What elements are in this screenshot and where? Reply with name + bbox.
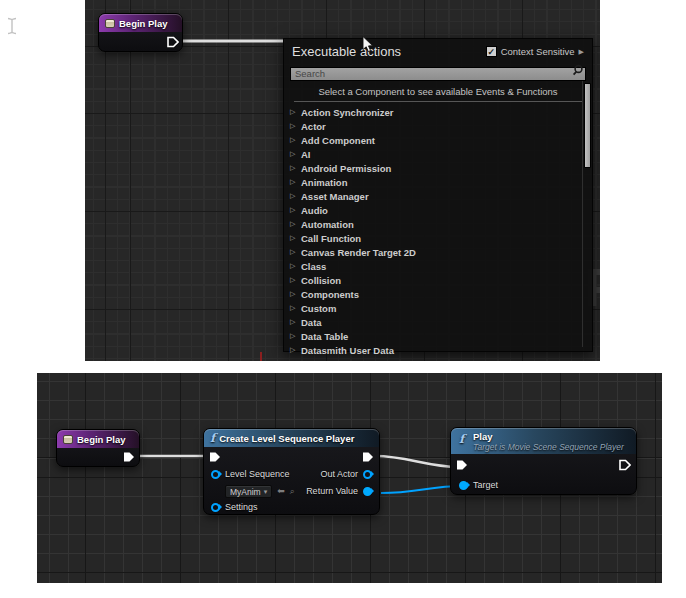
level-sequence-default-row: MyAnim ▾ ⬅ ⌕: [225, 485, 295, 498]
object-pin-connected-icon[interactable]: [363, 487, 372, 496]
expander-icon[interactable]: ▷: [290, 332, 297, 340]
menu-category[interactable]: ▷ Data Table: [290, 329, 592, 343]
context-sensitive-label: Context Sensitive: [501, 46, 575, 57]
menu-category-label: Automation: [301, 219, 354, 230]
object-pin-connected-icon[interactable]: [459, 481, 468, 490]
checkbox-checked-icon[interactable]: ✓: [486, 46, 497, 57]
use-selected-asset-icon[interactable]: ⬅: [277, 487, 285, 496]
menu-category-label: Collision: [301, 275, 341, 286]
chevron-down-icon: ▾: [264, 488, 268, 496]
expander-icon[interactable]: ▷: [290, 304, 297, 312]
expander-icon[interactable]: ▷: [290, 150, 297, 158]
node-begin-play[interactable]: Begin Play: [98, 13, 183, 52]
pin-out-actor[interactable]: Out Actor: [320, 469, 372, 479]
node-header: f Play Target is Movie Scene Sequence Pl…: [451, 428, 636, 454]
menu-category[interactable]: ▷ Components: [290, 287, 592, 301]
component-hint-text: Select a Component to see available Even…: [284, 81, 592, 101]
menu-category[interactable]: ▷ Data: [290, 315, 592, 329]
menu-category[interactable]: ▷ Collision: [290, 273, 592, 287]
menu-category-label: AI: [301, 149, 311, 160]
expander-icon[interactable]: ▷: [290, 318, 297, 326]
executable-actions-menu: Executable actions ✓ Context Sensitive ▶…: [283, 38, 593, 352]
menu-category[interactable]: ▷ Actor: [290, 119, 592, 133]
ibeam-cursor-icon: [6, 17, 18, 35]
expander-icon[interactable]: ▷: [290, 206, 297, 214]
menu-category-label: Asset Manager: [301, 191, 369, 202]
expander-icon[interactable]: ▷: [290, 290, 297, 298]
expander-icon[interactable]: ▷: [290, 248, 297, 256]
expander-icon[interactable]: ▷: [290, 220, 297, 228]
pin-level-sequence[interactable]: Level Sequence: [211, 469, 290, 479]
menu-category[interactable]: ▷ Animation: [290, 175, 592, 189]
menu-category-label: Add Component: [301, 135, 375, 146]
menu-scrollbar-track[interactable]: [582, 81, 590, 347]
search-input[interactable]: [290, 67, 586, 81]
graph-origin-marker: [260, 352, 262, 361]
menu-category-label: Android Permission: [301, 163, 391, 174]
expander-icon[interactable]: ▷: [290, 108, 297, 116]
node-play[interactable]: f Play Target is Movie Scene Sequence Pl…: [450, 427, 637, 495]
pin-settings[interactable]: Settings: [211, 502, 258, 512]
node-begin-play[interactable]: Begin Play: [56, 429, 140, 467]
object-pin-icon[interactable]: [363, 470, 372, 479]
pin-return-value[interactable]: Return Value: [306, 486, 372, 496]
menu-category[interactable]: ▷ Class: [290, 259, 592, 273]
expander-icon[interactable]: ▷: [290, 346, 297, 354]
menu-category[interactable]: ▷ Audio: [290, 203, 592, 217]
menu-category-label: Action Synchronizer: [301, 107, 393, 118]
asset-dropdown[interactable]: MyAnim ▾: [225, 485, 272, 498]
expander-icon[interactable]: ▷: [290, 122, 297, 130]
exec-output-pin[interactable]: [123, 451, 135, 463]
expander-icon[interactable]: ▷: [290, 276, 297, 284]
menu-category[interactable]: ▷ Canvas Render Target 2D: [290, 245, 592, 259]
search-icon: [572, 64, 584, 76]
search-box: [290, 63, 586, 81]
browse-asset-icon[interactable]: ⌕: [290, 487, 295, 496]
node-header: Begin Play: [57, 430, 139, 448]
menu-category-label: Animation: [301, 177, 347, 188]
menu-scrollbar-thumb[interactable]: [584, 83, 591, 168]
event-icon: [63, 435, 73, 444]
exec-input-pin[interactable]: [456, 459, 468, 471]
struct-pin-icon[interactable]: [211, 503, 220, 512]
menu-category[interactable]: ▷ Android Permission: [290, 161, 592, 175]
function-icon: f: [210, 432, 215, 444]
expander-icon[interactable]: ▷: [290, 136, 297, 144]
context-sensitive-toggle[interactable]: ✓ Context Sensitive ▶: [486, 46, 584, 57]
expander-icon[interactable]: ▷: [290, 192, 297, 200]
blueprint-graph-top[interactable]: Pl Begin Play Executable actions ✓ Conte…: [85, 0, 600, 361]
menu-titlebar: Executable actions ✓ Context Sensitive ▶: [284, 39, 592, 62]
menu-category-label: Datasmith User Data: [301, 345, 394, 356]
menu-category[interactable]: ▷ Action Synchronizer: [290, 105, 592, 119]
pin-target[interactable]: Target: [459, 480, 498, 490]
menu-category-label: Class: [301, 261, 326, 272]
exec-output-pin[interactable]: [362, 451, 374, 463]
menu-category[interactable]: ▷ AI: [290, 147, 592, 161]
menu-category[interactable]: ▷ Datasmith User Data: [290, 343, 592, 357]
exec-input-pin[interactable]: [209, 451, 221, 463]
exec-output-pin[interactable]: [167, 36, 179, 48]
menu-category[interactable]: ▷ Asset Manager: [290, 189, 592, 203]
menu-category[interactable]: ▷ Add Component: [290, 133, 592, 147]
menu-category[interactable]: ▷ Call Function: [290, 231, 592, 245]
node-title: Create Level Sequence Player: [219, 433, 354, 444]
function-icon: f: [459, 433, 464, 445]
node-header: f Create Level Sequence Player: [204, 429, 379, 447]
menu-category-label: Call Function: [301, 233, 361, 244]
event-icon: [105, 19, 115, 28]
menu-category[interactable]: ▷ Automation: [290, 217, 592, 231]
submenu-arrow-icon[interactable]: ▶: [579, 48, 584, 56]
expander-icon[interactable]: ▷: [290, 262, 297, 270]
exec-output-pin[interactable]: [619, 459, 631, 471]
node-create-level-sequence-player[interactable]: f Create Level Sequence Player Level Seq…: [203, 428, 380, 515]
object-pin-icon[interactable]: [211, 470, 220, 479]
menu-category[interactable]: ▷ Custom: [290, 301, 592, 315]
menu-category-label: Audio: [301, 205, 328, 216]
node-header: Begin Play: [99, 14, 182, 32]
menu-category-label: Canvas Render Target 2D: [301, 247, 416, 258]
expander-icon[interactable]: ▷: [290, 234, 297, 242]
expander-icon[interactable]: ▷: [290, 178, 297, 186]
blueprint-graph-bottom[interactable]: Begin Play f Create Level Sequence Playe…: [37, 373, 662, 583]
menu-category-label: Actor: [301, 121, 326, 132]
expander-icon[interactable]: ▷: [290, 164, 297, 172]
